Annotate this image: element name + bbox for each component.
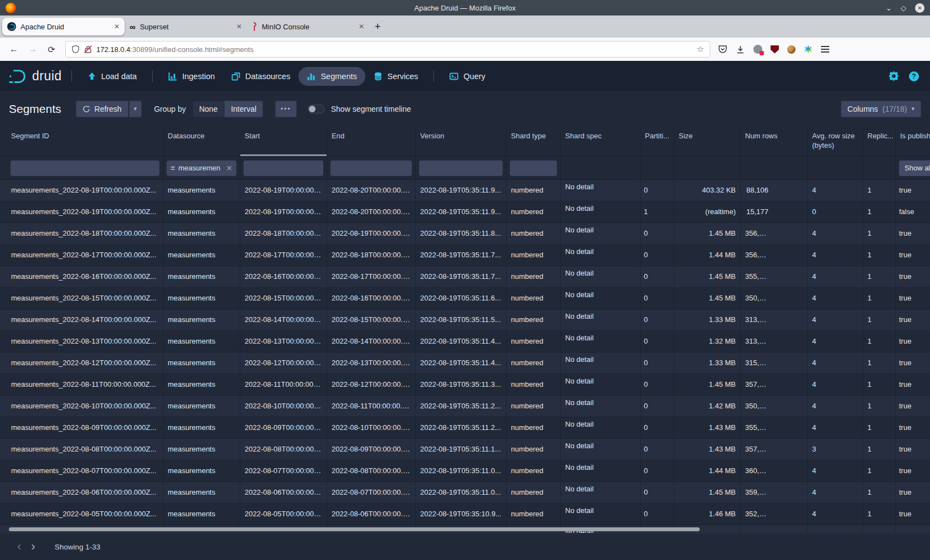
table-cell[interactable]: No detail — [561, 266, 640, 287]
table-cell[interactable]: No detail — [561, 439, 640, 460]
table-cell[interactable]: 359,847 — [741, 482, 808, 503]
table-cell[interactable]: 2022-08-20T00:00:00.0... — [327, 201, 416, 222]
previous-page-icon[interactable]: ‹ — [12, 541, 26, 553]
table-cell[interactable]: 4 — [808, 266, 863, 287]
table-cell[interactable]: 352,297 — [741, 504, 808, 525]
table-cell[interactable]: No detail — [561, 288, 640, 309]
table-row[interactable]: measurements_2022-08-10T00:00:00.000Z...… — [0, 396, 930, 417]
table-cell[interactable]: 315,682 — [741, 352, 808, 374]
start-filter-input[interactable] — [244, 160, 323, 176]
table-row[interactable]: measurements_2022-08-16T00:00:00.000Z...… — [0, 266, 930, 288]
table-cell[interactable]: 2022-08-15T00:00:00.0... — [240, 288, 327, 309]
table-cell[interactable]: 0 — [640, 482, 674, 503]
shard-type-filter-input[interactable] — [510, 160, 557, 176]
table-cell[interactable]: 2022-08-12T00:00:00.0... — [240, 352, 327, 374]
table-cell[interactable]: 1 — [863, 460, 896, 481]
table-cell[interactable]: measurements — [163, 266, 240, 287]
help-icon[interactable]: ? — [909, 71, 919, 81]
nav-item-datasources[interactable]: Datasources — [223, 67, 298, 86]
table-cell[interactable]: 1 — [863, 245, 896, 266]
pocket-icon[interactable] — [718, 45, 727, 54]
table-cell[interactable]: 350,228 — [741, 288, 808, 309]
table-cell[interactable]: measurements — [163, 245, 240, 266]
table-cell[interactable]: 2022-08-15T00:00:00.0... — [327, 309, 416, 330]
table-cell[interactable]: numbered — [507, 245, 561, 266]
table-cell[interactable] — [808, 525, 863, 533]
table-cell[interactable]: 0 — [640, 223, 674, 244]
table-row[interactable]: measurements_2022-08-19T00:00:00.000Z...… — [0, 180, 930, 201]
table-cell[interactable]: No detail — [561, 352, 640, 374]
table-cell[interactable]: No detail — [561, 460, 640, 481]
table-cell[interactable]: measurements — [163, 180, 240, 201]
table-cell[interactable]: 1 — [863, 482, 896, 503]
table-cell[interactable]: 355,059 — [741, 417, 808, 438]
ublock-shield-icon[interactable] — [771, 45, 779, 54]
column-header-replication[interactable]: Replic... — [863, 126, 896, 156]
tab-minio-console[interactable]: MinIO Console ✕ — [247, 18, 369, 35]
table-cell[interactable]: 2022-08-19T05:35:11.7... — [416, 266, 507, 287]
table-cell[interactable]: numbered — [507, 504, 561, 525]
column-header-is-published[interactable]: Is published — [896, 126, 930, 156]
table-cell[interactable]: (realtime) — [674, 201, 741, 222]
table-cell[interactable]: true — [896, 504, 930, 525]
table-cell[interactable]: 4 — [808, 331, 863, 352]
table-cell[interactable]: measurements — [163, 460, 240, 481]
table-cell[interactable]: 2022-08-07T00:00:00.0... — [327, 482, 416, 503]
table-cell[interactable]: 1.43 MB — [674, 417, 741, 438]
table-cell[interactable]: No detail — [561, 180, 640, 201]
table-cell[interactable]: 2022-08-19T05:35:11.7... — [416, 245, 507, 266]
table-cell[interactable]: 360,570 — [741, 460, 808, 481]
version-filter-input[interactable] — [419, 160, 503, 176]
table-cell[interactable]: 2022-08-19T05:35:11.4... — [416, 331, 507, 352]
column-header-size[interactable]: Size — [674, 126, 741, 156]
table-cell[interactable]: 2022-08-06T00:00:00.0... — [240, 482, 327, 503]
table-cell[interactable]: 1.45 MB — [674, 482, 741, 503]
table-cell[interactable]: 2022-08-12T00:00:00.0... — [327, 374, 416, 395]
table-cell[interactable]: true — [896, 439, 930, 460]
table-cell[interactable]: 2022-08-19T00:00:00.0... — [240, 180, 327, 201]
table-cell[interactable]: 4 — [808, 374, 863, 395]
table-cell[interactable] — [741, 525, 808, 533]
table-cell[interactable]: true — [896, 331, 930, 352]
table-cell[interactable]: 2022-08-19T05:35:11.5... — [416, 309, 507, 330]
table-row[interactable]: measurements_2022-08-11T00:00:00.000Z...… — [0, 374, 930, 396]
table-cell[interactable]: 2022-08-19T05:35:11.0... — [416, 482, 507, 503]
column-header-end[interactable]: End — [327, 126, 416, 156]
table-cell[interactable]: 2022-08-18T00:00:00.0... — [240, 223, 327, 244]
table-cell[interactable]: 2022-08-09T00:00:00.0... — [327, 439, 416, 460]
table-cell[interactable]: numbered — [507, 396, 561, 417]
table-row[interactable]: measurements_2022-08-07T00:00:00.000Z...… — [0, 460, 930, 482]
table-cell[interactable]: 2022-08-11T00:00:00.0... — [327, 396, 416, 417]
table-cell[interactable]: 0 — [640, 352, 674, 374]
table-cell[interactable]: measurements — [163, 352, 240, 374]
table-cell[interactable]: measurements — [163, 482, 240, 503]
table-cell[interactable]: 1.45 MB — [674, 266, 741, 287]
table-cell[interactable]: 2022-08-19T05:35:11.3... — [416, 374, 507, 395]
table-cell[interactable]: measurements — [163, 223, 240, 244]
table-cell[interactable]: No detail — [561, 482, 640, 503]
table-cell[interactable]: measurements_2022-08-19T00:00:00.000Z... — [0, 201, 163, 222]
table-cell[interactable]: 2022-08-17T00:00:00.0... — [240, 245, 327, 266]
table-cell[interactable]: 356,728 — [741, 245, 808, 266]
table-cell[interactable]: measurements — [163, 396, 240, 417]
table-cell[interactable]: 1 — [863, 374, 896, 395]
remove-filter-icon[interactable]: ✕ — [226, 164, 232, 173]
is-published-filter-select[interactable]: Show all — [899, 160, 930, 176]
table-cell[interactable]: measurements — [163, 374, 240, 395]
column-header-num-rows[interactable]: Num rows — [741, 126, 808, 156]
table-cell[interactable]: measurements — [163, 504, 240, 525]
table-cell[interactable]: measurements_2022-08-15T00:00:00.000Z... — [0, 288, 163, 309]
table-cell[interactable]: 4 — [808, 309, 863, 330]
table-cell[interactable]: 3 — [808, 439, 863, 460]
tab-superset[interactable]: ∞ Superset ✕ — [125, 18, 247, 35]
table-cell[interactable]: 2022-08-10T00:00:00.0... — [327, 417, 416, 438]
table-cell[interactable]: measurements_2022-08-10T00:00:00.000Z... — [0, 396, 163, 417]
table-row[interactable]: measurements_2022-08-05T00:00:00.000Z...… — [0, 504, 930, 525]
table-cell[interactable]: 1.45 MB — [674, 288, 741, 309]
table-cell[interactable]: 15,177 — [741, 201, 808, 222]
table-cell[interactable]: numbered — [507, 439, 561, 460]
table-cell[interactable]: 355,999 — [741, 266, 808, 287]
table-cell[interactable]: 357,979 — [741, 374, 808, 395]
table-cell[interactable]: measurements_2022-08-18T00:00:00.000Z... — [0, 223, 163, 244]
table-cell[interactable]: 1 — [863, 417, 896, 438]
